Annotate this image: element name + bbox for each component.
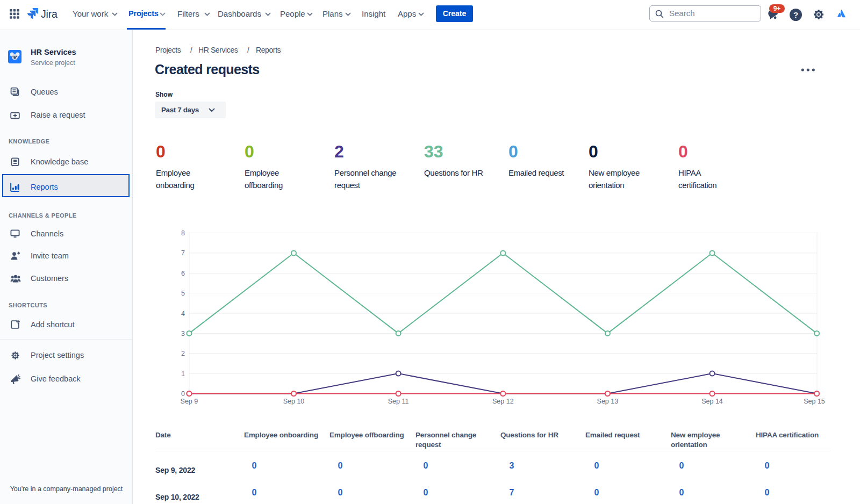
svg-text:7: 7 — [181, 249, 185, 257]
svg-text:0: 0 — [181, 390, 185, 398]
svg-text:3: 3 — [181, 330, 185, 337]
svg-text:6: 6 — [181, 270, 185, 277]
svg-text:Sep 15: Sep 15 — [804, 398, 825, 405]
svg-text:Sep 12: Sep 12 — [492, 398, 514, 405]
svg-text:2: 2 — [181, 350, 185, 357]
svg-text:Sep 14: Sep 14 — [701, 398, 723, 405]
svg-text:Sep 11: Sep 11 — [388, 398, 409, 405]
svg-text:Sep 9: Sep 9 — [181, 398, 198, 405]
svg-text:4: 4 — [181, 310, 185, 318]
svg-text:1: 1 — [181, 370, 185, 378]
svg-text:Sep 13: Sep 13 — [597, 398, 619, 405]
svg-text:8: 8 — [181, 229, 185, 237]
svg-text:Sep 10: Sep 10 — [283, 398, 305, 405]
svg-text:5: 5 — [181, 290, 185, 297]
